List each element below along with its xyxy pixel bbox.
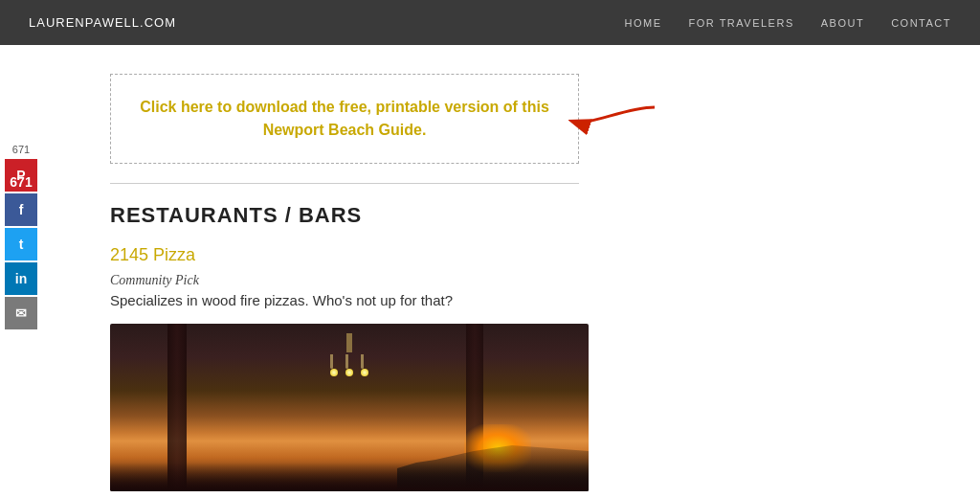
arrow-svg xyxy=(568,93,664,141)
download-box: Click here to download the free, printab… xyxy=(110,74,579,164)
main-content: Click here to download the free, printab… xyxy=(53,45,770,498)
chandelier-decoration xyxy=(321,333,378,381)
nav-home[interactable]: HOME xyxy=(625,17,662,29)
twitter-button[interactable]: t xyxy=(5,228,37,260)
restaurant-entry: 2145 Pizza Community Pick Specializes in… xyxy=(110,245,732,491)
section-divider xyxy=(110,183,579,184)
email-icon: ✉ xyxy=(15,306,27,321)
nav-travelers[interactable]: FOR TRAVELERS xyxy=(689,17,794,29)
social-sidebar: 671 P 671 f t in ✉ xyxy=(0,144,42,331)
site-header: LAURENPAWELL.COM HOME FOR TRAVELERS ABOU… xyxy=(0,0,980,45)
pinterest-count: 671 xyxy=(5,174,37,190)
section-heading: RESTAURANTS / BARS xyxy=(110,203,732,228)
restaurant-description: Specializes in wood fire pizzas. Who's n… xyxy=(110,292,732,308)
facebook-icon: f xyxy=(19,202,24,217)
restaurant-name[interactable]: 2145 Pizza xyxy=(110,245,732,265)
pinterest-button[interactable]: P 671 xyxy=(5,159,37,192)
restaurant-image xyxy=(110,324,589,491)
email-button[interactable]: ✉ xyxy=(5,297,37,329)
download-link[interactable]: Click here to download the free, printab… xyxy=(140,99,549,138)
facebook-button[interactable]: f xyxy=(5,193,37,226)
restaurant-tag: Community Pick xyxy=(110,273,732,288)
table-setting xyxy=(110,463,589,491)
social-count-label: 671 xyxy=(12,144,30,155)
site-title: LAURENPAWELL.COM xyxy=(29,15,176,30)
main-nav: HOME FOR TRAVELERS ABOUT CONTACT xyxy=(625,17,951,29)
twitter-icon: t xyxy=(19,237,24,252)
arrow-decoration xyxy=(568,93,664,145)
linkedin-button[interactable]: in xyxy=(5,262,37,295)
page-wrapper: Click here to download the free, printab… xyxy=(0,45,980,498)
nav-contact[interactable]: CONTACT xyxy=(891,17,951,29)
linkedin-icon: in xyxy=(15,271,27,286)
nav-about[interactable]: ABOUT xyxy=(821,17,864,29)
